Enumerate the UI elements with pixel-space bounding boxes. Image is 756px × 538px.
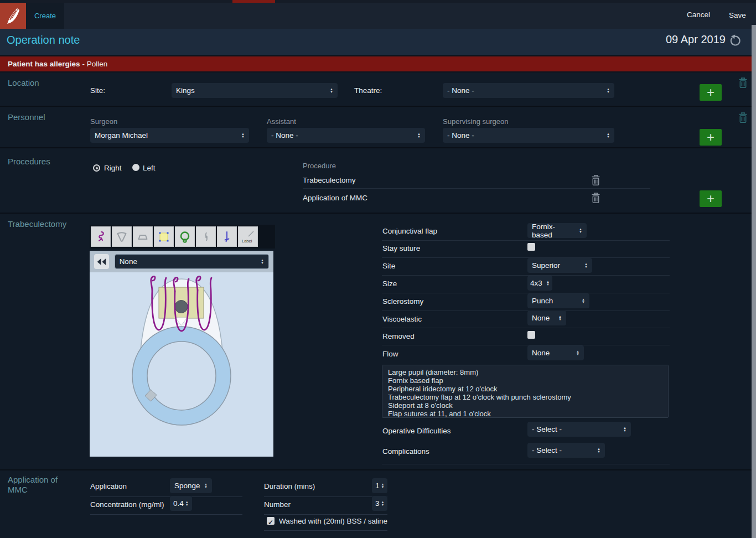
add-procedure-button[interactable] [700, 190, 722, 207]
site-field-select[interactable]: Superior [527, 258, 592, 273]
vertical-scrollbar[interactable] [752, 25, 756, 538]
select-arrows-icon [546, 281, 550, 286]
surgeon-select[interactable]: Morgan Michael [90, 128, 249, 143]
supervising-surgeon-select-value: - None - [447, 131, 474, 139]
eye-diagram-canvas[interactable] [90, 272, 273, 457]
app-logo[interactable] [0, 3, 26, 29]
operative-difficulties-value: - Select - [532, 425, 562, 433]
eye-diagram [90, 272, 273, 457]
location-section-label: Location [8, 78, 39, 87]
select-arrows-icon [417, 133, 421, 138]
flow-select[interactable]: None [527, 345, 584, 360]
select-arrows-icon [597, 448, 600, 453]
select-arrows-icon [330, 88, 333, 94]
site-label: Site: [90, 86, 105, 95]
reset-drawing-button[interactable] [94, 254, 109, 269]
delete-personnel-icon[interactable] [738, 112, 748, 123]
viscoelastic-value: None [532, 314, 550, 322]
field-row-divider [382, 275, 670, 276]
operation-notes-textarea[interactable]: Large pupil (diameter: 8mm) Fornix based… [382, 365, 669, 418]
top-bar [0, 3, 756, 29]
select-arrows-icon [607, 133, 610, 138]
mmc-concentration-stepper[interactable]: 0.4 [170, 496, 192, 511]
operation-note-page: Create Cancel Save Operation note 09 Apr… [0, 0, 756, 538]
field-row-divider [382, 240, 670, 241]
flow-label: Flow [382, 350, 398, 358]
svg-text:Label: Label [242, 239, 252, 244]
ring-tool-button[interactable] [175, 226, 195, 247]
complications-label: Complications [382, 447, 429, 456]
conjunctival-flap-select[interactable]: Fornix-based [527, 223, 587, 238]
site-select[interactable]: Kings [172, 83, 338, 98]
select-arrows-icon [607, 88, 610, 94]
add-location-button[interactable] [700, 84, 722, 101]
label-tool-button[interactable]: Label [238, 226, 258, 247]
complications-select[interactable]: - Select - [527, 443, 605, 458]
select-arrows-icon [579, 228, 582, 234]
mmc-section-label-line2: MMC [8, 485, 28, 494]
mmc-number-label: Number [264, 500, 291, 509]
washed-checkbox[interactable] [267, 517, 275, 525]
site-field-value: Superior [532, 261, 560, 270]
washed-label[interactable]: Washed with (20ml) BSS / saline [279, 517, 387, 525]
removed-checkbox[interactable] [527, 331, 535, 339]
eye-right-radio[interactable] [93, 164, 100, 172]
stay-suture-checkbox[interactable] [527, 243, 535, 251]
label-icon: Label [241, 230, 255, 244]
trabeculectomy-section-label: Trabeculectomy [8, 219, 66, 229]
operative-difficulties-select[interactable]: - Select - [527, 422, 631, 437]
supervising-surgeon-select[interactable]: - None - [443, 128, 614, 143]
theatre-select[interactable]: - None - [443, 83, 614, 98]
field-row-divider [382, 257, 670, 258]
canvas-header: None [90, 251, 273, 272]
procedure-item: Application of MMC [303, 194, 367, 202]
eye-left-radio[interactable] [132, 164, 139, 171]
suture-tool-button[interactable] [91, 226, 111, 247]
cancel-button[interactable]: Cancel [687, 11, 710, 19]
flow-value: None [532, 349, 550, 357]
assistant-select[interactable]: - None - [267, 128, 425, 143]
allergy-detail: - Pollen [82, 60, 108, 68]
save-button[interactable]: Save [729, 11, 746, 19]
field-row-divider [382, 345, 670, 345]
sclerostomy-select[interactable]: Punch [527, 293, 589, 308]
field-underline [264, 496, 387, 497]
procedures-section [0, 148, 756, 213]
doodle-select-value: None [120, 257, 137, 266]
mmc-application-label: Application [90, 482, 127, 490]
doodle-select[interactable]: None [115, 254, 269, 269]
allergy-banner: Patient has allergies - Pollen [0, 56, 756, 71]
mmc-duration-value: 1 [375, 482, 380, 490]
undo-icon[interactable] [728, 34, 741, 47]
tab-create[interactable]: Create [26, 3, 64, 29]
select-arrows-icon [241, 133, 245, 138]
operation-date[interactable]: 09 Apr 2019 [666, 33, 726, 46]
viscoelastic-label: Viscoelastic [382, 315, 422, 323]
add-personnel-button[interactable] [700, 129, 722, 146]
field-underline [90, 496, 242, 497]
field-row-divider [382, 328, 670, 328]
ring-icon [178, 230, 191, 244]
delete-procedure-icon[interactable] [591, 174, 601, 186]
page-title: Operation note [7, 34, 80, 46]
allergy-message: Patient has allergies [8, 60, 80, 68]
mmc-number-stepper[interactable]: 3 [372, 496, 387, 511]
conjunctival-flap-tool-button[interactable] [112, 226, 132, 247]
mmc-duration-stepper[interactable]: 1 [372, 478, 387, 493]
removed-label: Removed [382, 332, 415, 340]
delete-procedure-icon[interactable] [591, 192, 601, 204]
suture-needle-tool-button[interactable] [217, 226, 237, 247]
size-select[interactable]: 4x3 [527, 276, 552, 291]
tab-create-label: Create [34, 12, 56, 20]
conjunctival-flap-value: Fornix-based [532, 223, 574, 239]
mmc-application-select[interactable]: Sponge [170, 478, 212, 493]
viscoelastic-select[interactable]: None [527, 311, 566, 325]
sponge-tool-button[interactable] [154, 226, 174, 247]
sclerostomy-value: Punch [532, 297, 553, 305]
delete-location-icon[interactable] [738, 77, 748, 89]
eye-right-label[interactable]: Right [104, 164, 122, 172]
needle-tool-button[interactable] [196, 226, 216, 247]
blue-suture-icon [220, 230, 234, 244]
eye-left-label[interactable]: Left [143, 164, 156, 172]
scleral-flap-tool-button[interactable] [133, 226, 153, 247]
